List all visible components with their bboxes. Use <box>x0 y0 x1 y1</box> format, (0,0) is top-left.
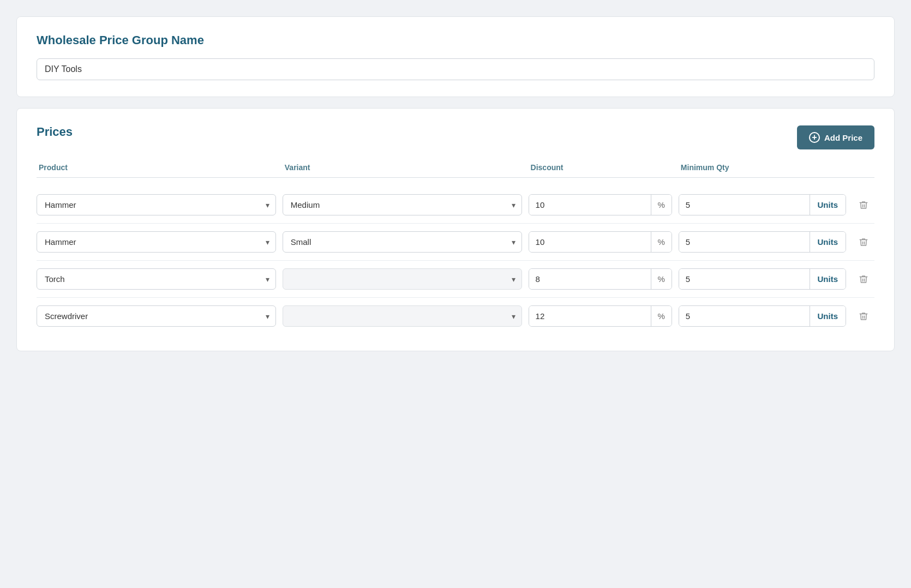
discount-input[interactable] <box>529 269 651 289</box>
discount-input[interactable] <box>529 195 651 215</box>
minqty-input[interactable] <box>679 306 810 326</box>
discount-input[interactable] <box>529 306 651 326</box>
plus-circle-icon: + <box>809 132 820 143</box>
table-row: HammerTorchScrewdriverDrillSawMediumSmal… <box>37 224 874 261</box>
variant-select[interactable]: MediumSmallLarge <box>283 194 522 215</box>
discount-wrapper: % <box>529 231 672 253</box>
add-price-label: Add Price <box>824 133 862 142</box>
discount-wrapper: % <box>529 194 672 215</box>
minqty-wrapper: Units <box>679 305 846 327</box>
minqty-wrapper: Units <box>679 231 846 253</box>
delete-row-button[interactable] <box>853 197 874 213</box>
delete-row-button[interactable] <box>853 271 874 287</box>
product-select-wrapper: HammerTorchScrewdriverDrillSaw <box>37 231 276 253</box>
variant-select-wrapper <box>283 268 522 290</box>
product-select[interactable]: HammerTorchScrewdriverDrillSaw <box>37 231 276 253</box>
product-select-wrapper: HammerTorchScrewdriverDrillSaw <box>37 268 276 290</box>
units-label: Units <box>810 232 846 252</box>
name-section: Wholesale Price Group Name <box>16 16 895 97</box>
prices-section: Prices + Add Price Product Variant Disco… <box>16 108 895 351</box>
units-label: Units <box>810 195 846 215</box>
col-actions <box>853 163 874 172</box>
minqty-wrapper: Units <box>679 194 846 215</box>
price-rows-container: HammerTorchScrewdriverDrillSawMediumSmal… <box>37 187 874 334</box>
discount-wrapper: % <box>529 268 672 290</box>
variant-select-wrapper <box>283 305 522 327</box>
variant-select-wrapper: MediumSmallLarge <box>283 231 522 253</box>
col-minqty: Minimum Qty <box>679 163 846 172</box>
prices-header: Prices + Add Price <box>37 125 874 150</box>
discount-percent-symbol: % <box>651 195 672 215</box>
col-discount: Discount <box>529 163 672 172</box>
discount-percent-symbol: % <box>651 306 672 326</box>
units-label: Units <box>810 306 846 326</box>
product-select-wrapper: HammerTorchScrewdriverDrillSaw <box>37 194 276 215</box>
minqty-wrapper: Units <box>679 268 846 290</box>
product-select[interactable]: HammerTorchScrewdriverDrillSaw <box>37 305 276 327</box>
discount-wrapper: % <box>529 305 672 327</box>
variant-select[interactable] <box>283 268 522 290</box>
name-section-title: Wholesale Price Group Name <box>37 33 874 47</box>
product-select-wrapper: HammerTorchScrewdriverDrillSaw <box>37 305 276 327</box>
table-row: HammerTorchScrewdriverDrillSawMediumSmal… <box>37 187 874 224</box>
table-headers: Product Variant Discount Minimum Qty <box>37 163 874 178</box>
table-row: HammerTorchScrewdriverDrillSaw%Units <box>37 298 874 334</box>
minqty-input[interactable] <box>679 232 810 252</box>
minqty-input[interactable] <box>679 195 810 215</box>
delete-row-button[interactable] <box>853 234 874 250</box>
col-product: Product <box>37 163 276 172</box>
variant-select[interactable]: MediumSmallLarge <box>283 231 522 253</box>
discount-percent-symbol: % <box>651 232 672 252</box>
variant-select-wrapper: MediumSmallLarge <box>283 194 522 215</box>
prices-title: Prices <box>37 125 73 139</box>
product-select[interactable]: HammerTorchScrewdriverDrillSaw <box>37 268 276 290</box>
discount-percent-symbol: % <box>651 269 672 289</box>
minqty-input[interactable] <box>679 269 810 289</box>
group-name-input[interactable] <box>37 58 874 80</box>
variant-select[interactable] <box>283 305 522 327</box>
units-label: Units <box>810 269 846 289</box>
table-row: HammerTorchScrewdriverDrillSaw%Units <box>37 261 874 298</box>
delete-row-button[interactable] <box>853 308 874 325</box>
discount-input[interactable] <box>529 232 651 252</box>
add-price-button[interactable]: + Add Price <box>797 125 874 149</box>
product-select[interactable]: HammerTorchScrewdriverDrillSaw <box>37 194 276 215</box>
col-variant: Variant <box>283 163 522 172</box>
